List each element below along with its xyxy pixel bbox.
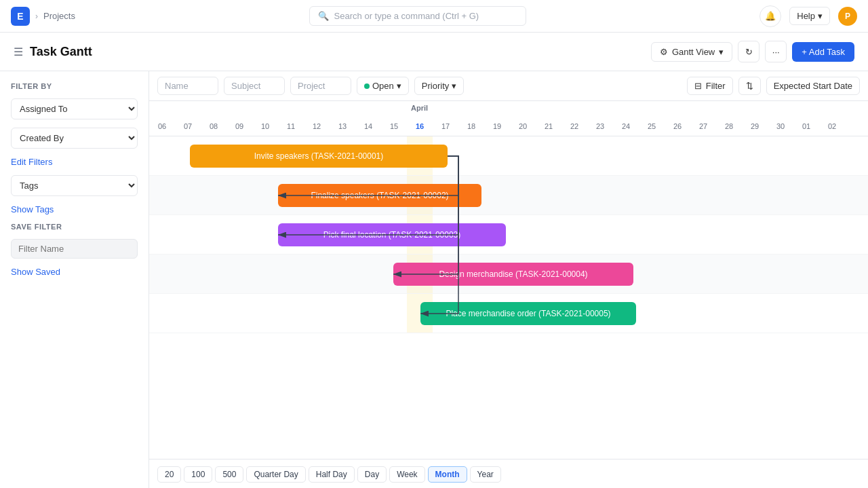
zoom-btn[interactable]: 100 — [184, 466, 212, 483]
gantt-date-cell: 07 — [175, 121, 201, 132]
page-title: Task Gantt — [30, 45, 92, 59]
gantt-date-cell: 02 — [819, 121, 845, 132]
gantt-date-cell: 27 — [690, 121, 716, 132]
more-options-button[interactable]: ··· — [765, 41, 787, 62]
filter-name-input[interactable] — [11, 239, 138, 259]
save-filter-label: Save Filter — [11, 223, 138, 231]
add-task-label: + Add Task — [802, 47, 845, 57]
gantt-date-cell: 14 — [355, 121, 381, 132]
gantt-date-cell: 15 — [381, 121, 407, 132]
gantt-date-cell: 23 — [587, 121, 613, 132]
topnav-left: E › Projects — [11, 7, 75, 26]
breadcrumb[interactable]: Projects — [43, 11, 75, 21]
sidebar: Filter By Assigned To Created By Edit Fi… — [0, 71, 149, 488]
notification-button[interactable]: 🔔 — [760, 5, 781, 27]
zoom-btn[interactable]: Quarter Day — [246, 466, 305, 483]
gantt-date-cell: 25 — [639, 121, 665, 132]
gantt-date-cell: 06 — [149, 121, 175, 132]
task-bar[interactable]: Place merchandise order (TASK-2021-00005… — [420, 302, 636, 325]
gantt-date-cell: 26 — [665, 121, 690, 132]
zoom-btn[interactable]: Year — [470, 466, 501, 483]
gantt-toolbar: Name Subject Project Open ▾ Priority ▾ ⊟… — [149, 71, 868, 101]
zoom-btn[interactable]: Month — [428, 466, 467, 483]
gantt-view-button[interactable]: ⚙ Gantt View ▾ — [651, 42, 732, 62]
gantt-row: Pick final location (TASK-2021-00003) — [149, 215, 868, 255]
gantt-date-cell: 13 — [330, 121, 355, 132]
expected-date-button[interactable]: Expected Start Date — [766, 77, 860, 95]
zoom-btn[interactable]: Half Day — [309, 466, 355, 483]
app-icon[interactable]: E — [11, 7, 30, 26]
gantt-date-cell: 21 — [536, 121, 561, 132]
project-field[interactable]: Project — [290, 77, 351, 95]
chevron-down-icon: ▾ — [452, 81, 456, 91]
sort-icon: ⇅ — [746, 81, 753, 91]
gantt-date-cell: 09 — [226, 121, 252, 132]
gantt-row: Place merchandise order (TASK-2021-00005… — [149, 294, 868, 333]
zoom-btn[interactable]: Day — [357, 466, 387, 483]
name-field[interactable]: Name — [157, 77, 218, 95]
gantt-icon: ⚙ — [660, 47, 668, 57]
bottom-bar: 20100500Quarter DayHalf DayDayWeekMonthY… — [149, 459, 868, 488]
help-button[interactable]: Help ▾ — [789, 7, 830, 25]
help-label: Help — [797, 11, 815, 21]
zoom-btn[interactable]: 20 — [157, 466, 181, 483]
filter-button[interactable]: ⊟ Filter — [687, 77, 733, 95]
status-label: Open — [372, 81, 394, 91]
show-saved-link[interactable]: Show Saved — [11, 267, 138, 277]
page-header: ☰ Task Gantt ⚙ Gantt View ▾ ↻ ··· + Add … — [0, 33, 868, 71]
gantt-month-label: April — [411, 104, 428, 112]
gantt-dates: 0607080910111213141516171819202122232425… — [149, 106, 845, 132]
refresh-button[interactable]: ↻ — [738, 41, 760, 62]
priority-placeholder: Priority — [422, 81, 449, 91]
gantt-date-cell: 10 — [252, 121, 278, 132]
gantt-view-label: Gantt View — [672, 47, 715, 57]
gantt-date-cell: 18 — [458, 121, 484, 132]
gantt-date-cell: 30 — [768, 121, 793, 132]
task-bar[interactable]: Finalize speakers (TASK-2021-00002) — [278, 184, 481, 207]
task-bar[interactable]: Pick final location (TASK-2021-00003) — [278, 223, 506, 246]
gantt-date-cell: 24 — [613, 121, 639, 132]
status-select[interactable]: Open ▾ — [357, 77, 409, 95]
subject-field[interactable]: Subject — [224, 77, 285, 95]
gantt-date-cell: 19 — [484, 121, 510, 132]
filter-by-label: Filter By — [11, 82, 138, 90]
chevron-down-icon: ▾ — [397, 81, 401, 91]
breadcrumb-separator: › — [35, 12, 38, 21]
gantt-rows-container: Invite speakers (TASK-2021-00001)Finaliz… — [149, 136, 868, 333]
sort-button[interactable]: ⇅ — [738, 77, 761, 95]
avatar[interactable]: P — [838, 7, 857, 26]
search-placeholder: Search or type a command (Ctrl + G) — [334, 11, 479, 21]
tags-select[interactable]: Tags — [11, 175, 138, 196]
gantt-row: Finalize speakers (TASK-2021-00002) — [149, 176, 868, 215]
created-by-select[interactable]: Created By — [11, 128, 138, 149]
gantt-row: Design merchandise (TASK-2021-00004) — [149, 255, 868, 294]
chevron-down-icon: ▾ — [818, 11, 823, 21]
gantt-container: Name Subject Project Open ▾ Priority ▾ ⊟… — [149, 71, 868, 488]
edit-filters-link[interactable]: Edit Filters — [11, 157, 138, 167]
gantt-date-cell: 01 — [793, 121, 819, 132]
show-tags-link[interactable]: Show Tags — [11, 204, 138, 214]
gantt-date-cell: 29 — [742, 121, 768, 132]
search-bar[interactable]: 🔍 Search or type a command (Ctrl + G) — [309, 6, 526, 26]
task-bar[interactable]: Design merchandise (TASK-2021-00004) — [393, 263, 633, 286]
gantt-date-cell: 11 — [278, 121, 304, 132]
gantt-date-cell: 17 — [433, 121, 458, 132]
assigned-to-select[interactable]: Assigned To — [11, 98, 138, 119]
task-bar[interactable]: Invite speakers (TASK-2021-00001) — [190, 145, 448, 168]
gantt-date-cell: 12 — [304, 121, 330, 132]
gantt-chart: April 0607080910111213141516171819202122… — [149, 101, 868, 459]
gantt-date-cell: 20 — [510, 121, 536, 132]
topnav: E › Projects 🔍 Search or type a command … — [0, 0, 868, 33]
zoom-btn[interactable]: 500 — [215, 466, 243, 483]
chevron-down-icon: ▾ — [719, 47, 724, 57]
page-header-right: ⚙ Gantt View ▾ ↻ ··· + Add Task — [651, 41, 854, 62]
search-icon: 🔍 — [318, 11, 329, 21]
gantt-dates-row: April 0607080910111213141516171819202122… — [149, 101, 868, 136]
filter-label: Filter — [706, 81, 726, 91]
project-placeholder: Project — [298, 81, 325, 91]
add-task-button[interactable]: + Add Task — [792, 42, 854, 62]
zoom-btn[interactable]: Week — [389, 466, 425, 483]
priority-field[interactable]: Priority ▾ — [414, 77, 464, 95]
menu-icon[interactable]: ☰ — [14, 45, 23, 58]
gantt-date-cell: 08 — [201, 121, 226, 132]
